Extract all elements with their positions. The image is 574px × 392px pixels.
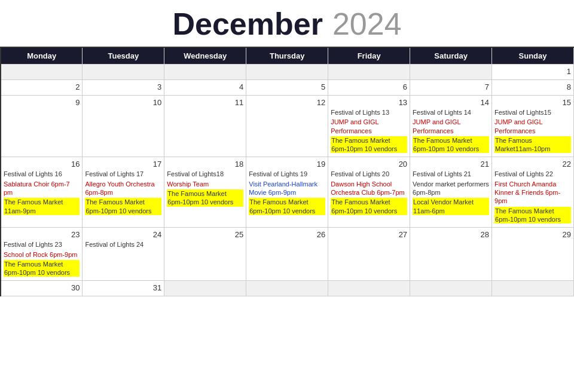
event: Sablatura Choir 6pm-7 pm (4, 180, 80, 197)
day-number: 29 (494, 230, 571, 240)
event: The Famous Market 6pm-10pm 10 vendors (249, 198, 325, 215)
calendar-cell[interactable]: 28 (410, 228, 492, 281)
calendar-cell[interactable]: 10 (83, 96, 164, 157)
day-number: 28 (413, 230, 489, 240)
event: The Famous Market 6pm-10pm 10 vendors (331, 136, 407, 154)
calendar-week-3: 16Festival of Lights 16Sablatura Choir 6… (1, 157, 574, 228)
calendar-cell[interactable]: 26 (246, 228, 328, 281)
weekday-header-sunday: Sunday (492, 47, 574, 65)
calendar-cell[interactable]: 4 (164, 80, 246, 96)
calendar-cell[interactable]: 9 (1, 96, 83, 157)
calendar-week-4: 23Festival of Lights 23School of Rock 6p… (1, 228, 574, 281)
calendar-cell[interactable] (164, 65, 246, 80)
day-number: 11 (167, 98, 243, 108)
calendar-cell[interactable]: 2 (1, 80, 83, 96)
calendar-week-1: 2345678 (1, 80, 574, 96)
event: Festival of Lights18 (167, 170, 243, 178)
day-number: 5 (249, 82, 325, 93)
calendar-cell[interactable]: 11 (164, 96, 246, 157)
day-number: 17 (85, 160, 161, 170)
event: Allegro Youth Orchestra 6pm-8pm (85, 180, 161, 197)
calendar-cell[interactable] (1, 65, 83, 80)
calendar-cell[interactable]: 22Festival of Lights 22First Church Aman… (492, 157, 574, 228)
calendar-cell[interactable] (410, 281, 492, 296)
day-number: 1 (494, 67, 571, 77)
day-number: 12 (249, 98, 325, 108)
calendar-cell[interactable]: 31 (83, 281, 164, 296)
page-header: December 2024 (0, 0, 574, 47)
day-number: 6 (331, 82, 407, 93)
calendar-cell[interactable]: 27 (328, 228, 410, 281)
calendar-cell[interactable]: 23Festival of Lights 23School of Rock 6p… (1, 228, 83, 281)
event: JUMP and GIGL Performances (494, 118, 571, 135)
event: Festival of Lights 13 (331, 108, 407, 117)
calendar-cell[interactable]: 1 (492, 65, 574, 80)
calendar-cell[interactable]: 5 (246, 80, 328, 96)
event: School of Rock 6pm-9pm (4, 250, 80, 259)
calendar-cell[interactable]: 19Festival of Lights 19Visit Pearland-Ha… (246, 157, 328, 228)
event: First Church Amanda Kinner & Friends 6pm… (494, 180, 571, 206)
event: The Famous Market 6pm-10pm 10 vendors (494, 207, 571, 224)
calendar-cell[interactable] (410, 65, 492, 80)
calendar-cell[interactable]: 21Festival of Lights 21Vendor market per… (410, 157, 492, 228)
event: Festival of Lights 21 (413, 170, 489, 178)
event: Festival of Lights 24 (85, 240, 161, 249)
calendar-cell[interactable]: 20Festival of Lights 20Dawson High Schoo… (328, 157, 410, 228)
day-number: 30 (4, 283, 80, 293)
event: Festival of Lights 16 (4, 170, 80, 178)
event: JUMP and GIGL Performances (413, 118, 489, 135)
calendar-cell[interactable] (328, 281, 410, 296)
day-number: 10 (85, 98, 161, 108)
event: The Famous Market 6pm-10pm 10 vendors (4, 260, 80, 277)
day-number: 3 (85, 82, 161, 93)
calendar-cell[interactable] (246, 281, 328, 296)
calendar-cell[interactable]: 18Festival of Lights18Worship TeamThe Fa… (164, 157, 246, 228)
event: Worship Team (167, 180, 243, 188)
event: The Famous Market 6pm-10pm 10 vendors (85, 198, 161, 215)
weekday-header-thursday: Thursday (246, 47, 328, 65)
event: The Famous Market11am-10pm (494, 136, 571, 154)
event: Dawson High School Orchestra Club 6pm-7p… (331, 180, 407, 197)
calendar-cell[interactable] (492, 281, 574, 296)
calendar-cell[interactable] (328, 65, 410, 80)
event: The Famous Market 6pm-10pm 10 vendors (413, 136, 489, 154)
calendar-cell[interactable] (83, 65, 164, 80)
event: The Famous Market 11am-9pm (4, 198, 80, 215)
calendar-cell[interactable]: 24Festival of Lights 24 (83, 228, 164, 281)
calendar-cell[interactable]: 8 (492, 80, 574, 96)
calendar-cell[interactable]: 30 (1, 281, 83, 296)
calendar-cell[interactable]: 14Festival of Lights 14JUMP and GIGL Per… (410, 96, 492, 157)
calendar-cell[interactable]: 25 (164, 228, 246, 281)
event: The Famous Market 6pm-10pm 10 vendors (167, 189, 243, 207)
event: Festival of Lights 17 (85, 170, 161, 178)
day-number: 21 (413, 160, 489, 170)
calendar-cell[interactable]: 3 (83, 80, 164, 96)
event: Visit Pearland-Hallmark Movie 6pm-9pm (249, 180, 325, 197)
calendar-cell[interactable]: 7 (410, 80, 492, 96)
event: Festival of Lights 14 (413, 108, 489, 117)
year-title: 2024 (332, 6, 402, 42)
day-number: 22 (494, 160, 571, 170)
calendar-cell[interactable]: 13Festival of Lights 13JUMP and GIGL Per… (328, 96, 410, 157)
event: Vendor market performers 6pm-8pm (413, 180, 489, 197)
day-number: 31 (85, 283, 161, 293)
calendar-week-0: 1 (1, 65, 574, 80)
weekday-header-tuesday: Tuesday (83, 47, 164, 65)
day-number: 16 (4, 160, 80, 170)
weekday-header-monday: Monday (1, 47, 83, 65)
calendar-cell[interactable]: 29 (492, 228, 574, 281)
weekday-header-friday: Friday (328, 47, 410, 65)
calendar-cell[interactable]: 16Festival of Lights 16Sablatura Choir 6… (1, 157, 83, 228)
weekday-header-saturday: Saturday (410, 47, 492, 65)
event: JUMP and GIGL Performances (331, 118, 407, 135)
event: The Famous Market 6pm-10pm 10 vendors (331, 198, 407, 215)
calendar-cell[interactable]: 12 (246, 96, 328, 157)
calendar-week-2: 910111213Festival of Lights 13JUMP and G… (1, 96, 574, 157)
calendar-cell[interactable]: 6 (328, 80, 410, 96)
day-number: 8 (494, 82, 571, 93)
event: Festival of Lights 23 (4, 240, 80, 249)
calendar-cell[interactable] (164, 281, 246, 296)
calendar-cell[interactable] (246, 65, 328, 80)
calendar-cell[interactable]: 15Festival of Lights15JUMP and GIGL Perf… (492, 96, 574, 157)
calendar-cell[interactable]: 17Festival of Lights 17Allegro Youth Orc… (83, 157, 164, 228)
